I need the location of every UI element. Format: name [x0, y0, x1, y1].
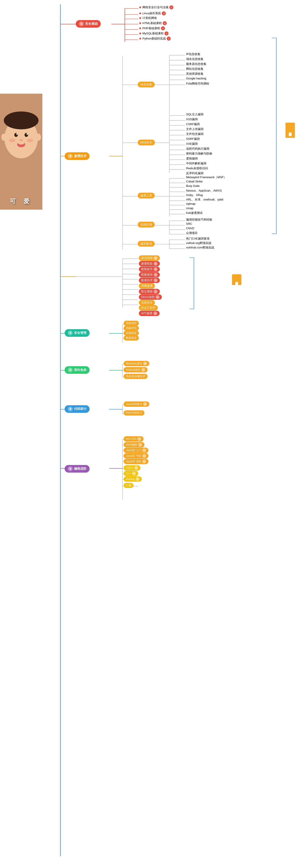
cat1-item-5: MySQL基础课程 ① — [139, 31, 169, 35]
cat5-label[interactable]: ⑤ 代码审计 — [65, 405, 90, 413]
cat4-label[interactable]: ④ 逆向免杀 — [65, 366, 90, 374]
practice-item-0: 漏洞挖掘技巧和经验 — [186, 218, 212, 222]
cat1-num: ① — [79, 22, 84, 26]
label-advanced: 渗透高级 — [232, 274, 241, 285]
web-item-6: XXE漏洞 — [186, 142, 198, 146]
mind-map-container: 可 爱 ① 安全基础 网络安全行业与法规 ② Linux操作系统 ③ 计算机网络 — [0, 0, 306, 868]
cat6-item-0[interactable]: H5+CSS ① — [124, 436, 143, 442]
sub-info-collect[interactable]: 信息收集 — [138, 82, 155, 87]
svg-point-118 — [27, 133, 28, 135]
web-item-9: 逻辑漏洞 — [186, 157, 198, 161]
info-item-4: 其他资源收集 — [186, 72, 203, 76]
sub-tools[interactable]: 渗透工具 — [138, 193, 155, 198]
web-item-5: SSRF漏洞 — [186, 137, 200, 141]
cat4-item-0[interactable]: Windows逆向 ⑩ — [124, 361, 149, 366]
cat3-item-0[interactable]: 等级保护 — [124, 321, 139, 326]
info-item-1: 域名信息收集 — [186, 57, 203, 61]
svg-point-119 — [20, 139, 23, 141]
tool-item-3: Nessus、AppScan、AWVS — [186, 189, 222, 193]
web-item-8: 密码暴力猜解与防御 — [186, 152, 212, 156]
cat6-item-2[interactable]: JavaSE 入门 ① — [124, 447, 148, 453]
cat3-item-3[interactable]: 数据安全 — [124, 335, 139, 341]
cat4-item-2[interactable]: 免杀/反杀毒技术 — [124, 374, 147, 379]
web-item-10: 中间件解析漏洞 — [186, 161, 206, 165]
adv-item-0[interactable]: 面试指南 ⑨ — [139, 255, 160, 261]
adv-item-4[interactable]: 敌道技术 ⑤ — [139, 278, 160, 283]
sub-vuln-reproduce[interactable]: 漏洞复现 — [138, 241, 155, 247]
adv-item-10[interactable]: APT渗透 ③ — [139, 311, 160, 316]
cat2-label[interactable]: ② 渗透技术 — [65, 152, 90, 160]
web-item-12: 反序列化漏洞 — [186, 171, 203, 175]
adv-item-6[interactable]: 取证溯源 ⑦ — [139, 289, 160, 294]
svg-point-126 — [1, 133, 7, 141]
web-item-3: 文件上传漏洞 — [186, 127, 203, 131]
cat6-item-5[interactable]: C语言 ① — [124, 465, 140, 471]
cat1-item-6: Python基础到实战 ① — [139, 37, 171, 40]
svg-point-123 — [27, 139, 33, 142]
vuln-item-2: vulnhub.com靶场实战 — [186, 246, 214, 250]
web-item-0: SQL注入漏洞 — [186, 113, 203, 116]
tool-item-5: ARL、水泽、oneforall、yakit — [186, 197, 223, 202]
adv-item-3[interactable]: 权限维持 ⑤ — [139, 272, 160, 277]
vuln-item-1: vulhub.org靶场实战 — [186, 241, 211, 245]
tool-item-7: nmap — [186, 207, 194, 210]
image-caption: 可 爱 — [2, 197, 40, 205]
web-item-7: 远程代码执行漏洞 — [186, 147, 209, 151]
cat6-item-3[interactable]: JavaSE 中阶 ① — [124, 453, 148, 459]
cat4-item-1[interactable]: Android逆向 ① — [124, 367, 147, 372]
adv-item-5[interactable]: 内网渗透 — [139, 283, 155, 288]
adv-item-9[interactable]: 社会工程学 — [139, 305, 158, 310]
cat1-label[interactable]: ① 安全基础 — [76, 20, 101, 28]
web-item-11: Redis未授权访问 — [186, 166, 208, 170]
svg-point-122 — [9, 139, 15, 142]
web-item-2: CSRF漏洞 — [186, 122, 200, 126]
cat6-item-1[interactable]: Shell编程 ① — [124, 442, 144, 447]
info-item-2: 服务器信息收集 — [186, 62, 206, 66]
sub-web-security[interactable]: Web安全 — [138, 140, 155, 146]
adv-item-7[interactable]: DDoS攻防 ① — [139, 294, 162, 300]
vuln-item-0: 热门CVE漏洞复现 — [186, 237, 209, 241]
cat6-item-7[interactable]: Golang ① — [124, 476, 142, 482]
cat1-text: 安全基础 — [85, 22, 98, 26]
info-item-3: 网站信息收集 — [186, 67, 203, 71]
cat6-label[interactable]: ⑥ 编程进阶 — [65, 465, 90, 473]
svg-point-117 — [16, 133, 18, 135]
cat6-item-6[interactable]: C++ ① — [124, 471, 138, 476]
practice-item-3: 众测项目 — [186, 231, 198, 235]
sub-practice[interactable]: 实战吃项 — [138, 222, 155, 227]
web-item-4: 文件包含漏洞 — [186, 132, 203, 136]
cat6-item-8[interactable]: 汇编 — [124, 483, 134, 488]
cat1-item-1: Linux操作系统 ③ — [139, 11, 166, 16]
svg-point-127 — [36, 133, 41, 141]
web-item-1: XSS漏洞 — [186, 117, 198, 121]
decorative-image: 可 爱 — [0, 94, 42, 210]
adv-item-8[interactable]: 无线安全 — [139, 300, 155, 305]
cat1-item-3: HTML基础课程 ④ — [139, 21, 167, 25]
cat2-text: 渗透技术 — [74, 154, 87, 158]
info-item-0: IP信息收集 — [186, 52, 200, 56]
cat3-item-2[interactable]: 应急响应 — [124, 331, 139, 336]
tool-item-2: Burp Suite — [186, 184, 200, 188]
svg-point-121 — [18, 142, 24, 145]
practice-item-1: SRC — [186, 222, 192, 225]
tool-item-0: Metasploit Framework（MSF） — [186, 175, 227, 179]
cat5-item-1[interactable]: PHP代码审计 — [124, 410, 144, 415]
tool-item-8: Kali渗透测试 — [186, 211, 203, 215]
cat3-item-1[interactable]: 风险评估 — [124, 326, 139, 331]
adv-item-2[interactable]: 权限提升 ⑥ — [139, 267, 160, 272]
cat1-item-0: 网络安全行业与法规 ② — [139, 5, 173, 9]
adv-item-1[interactable]: 渗透框架 ⑥ — [139, 261, 160, 266]
cat1-item-4: PHP基础课程 ① — [139, 26, 165, 30]
svg-point-125 — [6, 112, 37, 125]
cat3-label[interactable]: ③ 安全管理 — [65, 329, 90, 337]
practice-item-2: CNVD — [186, 226, 194, 230]
cat2-num: ② — [68, 154, 73, 159]
info-item-6: Fofa网络空间测绘 — [186, 82, 209, 86]
label-beginner: 渗透初级 — [285, 123, 295, 138]
tool-item-6: sqlmap — [186, 202, 196, 206]
info-item-5: Google hacking — [186, 77, 206, 80]
tool-item-4: Goby、XRay — [186, 193, 203, 197]
tool-item-1: Cobalt Strike — [186, 180, 203, 183]
cat6-item-4[interactable]: JavaSE 进阶 ① — [124, 459, 148, 464]
cat5-item-0[interactable]: Java代码审计 ① — [124, 401, 149, 407]
